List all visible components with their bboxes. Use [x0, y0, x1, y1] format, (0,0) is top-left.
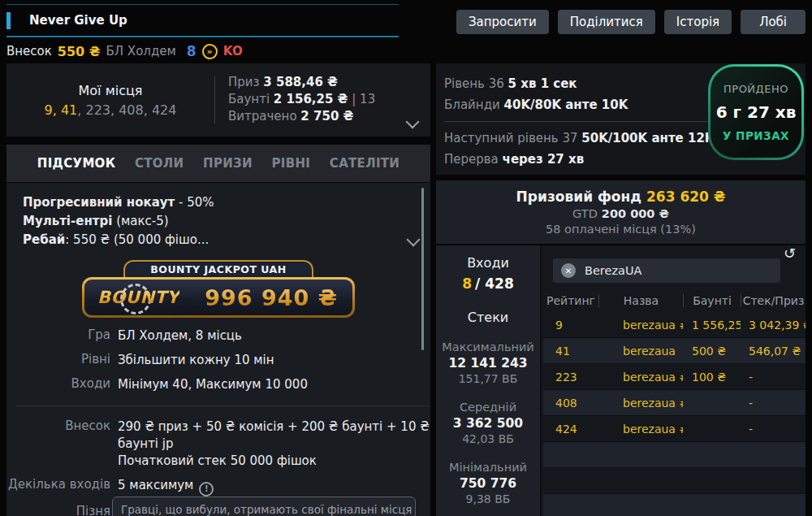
- my-prize-row: Приз 3 588,46 ₴: [228, 74, 375, 91]
- table-row-empty: [543, 468, 806, 494]
- bounty-jackpot-banner: BOUNTY JACKPOT UAH BOUNTY 996 940 ₴: [82, 260, 355, 318]
- buyin-label: Внесок: [6, 44, 52, 59]
- horizontal-divider: [444, 121, 712, 122]
- paid-places: 58 оплачені місця (13%): [546, 223, 696, 236]
- stacks-title: Стеки: [436, 310, 540, 325]
- col-stack-prize: Стек/Приз: [741, 294, 806, 307]
- chevron-down-icon[interactable]: [406, 115, 420, 129]
- knockout-badge: KO: [223, 44, 244, 59]
- entries-title: Входи: [436, 255, 540, 271]
- col-bounty: Баунті: [683, 294, 741, 307]
- tab-levels[interactable]: РІВНІ: [272, 156, 311, 171]
- my-places-in-money: 9, 41: [45, 102, 78, 118]
- my-places-panel: Мої місця 9, 41, 223, 408, 424 Приз 3 58…: [6, 63, 430, 137]
- tab-tables[interactable]: СТОЛИ: [135, 156, 184, 171]
- avg-stack-group: Середній 3 362 500 42,03 ВБ: [436, 401, 540, 445]
- lobby-tabs: ПІДСУМОК СТОЛИ ПРИЗИ РІВНІ САТЕЛІТИ: [6, 145, 430, 182]
- refresh-icon[interactable]: ↺: [784, 246, 796, 261]
- tournament-title: Never Give Up: [29, 13, 127, 28]
- my-places-out: , 223, 408, 424: [77, 102, 176, 118]
- elapsed-label: ПРОЙДЕНО: [723, 83, 788, 95]
- player-search-input[interactable]: [583, 263, 765, 278]
- history-button[interactable]: Історія: [664, 10, 732, 34]
- tab-satellites[interactable]: САТЕЛІТИ: [330, 156, 400, 171]
- elapsed-timer-badge: ПРОЙДЕНО 6 г 27 хв У ПРИЗАХ: [708, 64, 804, 160]
- bounty-jackpot-amount: 996 940 ₴: [205, 285, 338, 310]
- my-places-list: 9, 41, 223, 408, 424: [45, 102, 177, 118]
- gtd-row: GTD200 000 ₴: [572, 207, 669, 220]
- my-spent-row: Витрачено 2 750 ₴: [228, 108, 375, 125]
- multientry-line: Мульті-ентрі (макс-5): [23, 212, 430, 231]
- my-places-title: Мої місця: [79, 83, 143, 98]
- detail-row-buyin: Внесок 290 ₴ приз + 50 ₴ комісія + 200 ₴…: [6, 418, 430, 470]
- max-stack-group: Максимальний 12 141 243 151,77 ВБ: [436, 340, 540, 385]
- entries-count: 8/ 428: [436, 275, 540, 292]
- players-panel: Входи 8/ 428 Стеки Максимальний 12 141 2…: [436, 245, 806, 516]
- prize-pool-amount: 263 620 ₴: [646, 189, 725, 205]
- detail-row-entries: Входи Мінімум 40, Максимум 10 000: [6, 376, 430, 393]
- my-places-stats: Приз 3 588,46 ₴ Баунті 2 156,25 ₴ | 13 В…: [215, 63, 375, 137]
- table-row[interactable]: 408 berezaua #5 -: [543, 390, 806, 416]
- bounty-jackpot-tab: BOUNTY JACKPOT UAH: [123, 260, 313, 277]
- title-accent-bar: [6, 12, 11, 29]
- player-search-box[interactable]: ✕: [553, 258, 780, 283]
- invite-button[interactable]: Запросити: [456, 10, 549, 34]
- table-row[interactable]: 41 berezaua 500 ₴ 546,07 ₴: [543, 338, 806, 364]
- tournament-details: Гра БЛ Холдем, 8 місць Рівні Збільшити к…: [6, 327, 430, 516]
- tournament-title-frame: Never Give Up: [6, 4, 399, 37]
- elimination-note: Гравці, що вибули, отримають свої фіналь…: [112, 496, 416, 516]
- tab-prizes[interactable]: ПРИЗИ: [203, 156, 253, 171]
- players-table-body: 9 berezaua #3 1 556,25 ₴ 3 042,39 ₴ 41 b…: [543, 312, 806, 516]
- col-name: Назва: [598, 294, 683, 307]
- table-row[interactable]: 223 berezaua #4 100 ₴ -: [543, 364, 806, 390]
- scrollbar-thumb[interactable]: [421, 188, 424, 350]
- stacks-column: Входи 8/ 428 Стеки Максимальний 12 141 2…: [436, 245, 542, 516]
- share-button[interactable]: Поділитися: [558, 10, 655, 34]
- knockout-line: Прогресивний нокаут - 50%: [23, 193, 430, 212]
- info-icon[interactable]: !: [199, 482, 214, 496]
- detail-row-levels: Рівні Збільшити кожну 10 мін: [6, 352, 430, 369]
- buyin-summary: Внесок 550 ₴ БЛ Холдем 8 » KO: [6, 41, 243, 61]
- lobby-button[interactable]: Лобі: [741, 10, 806, 34]
- table-row[interactable]: 9 berezaua #3 1 556,25 ₴ 3 042,39 ₴: [543, 312, 806, 338]
- detail-row-game: Гра БЛ Холдем, 8 місць: [6, 327, 430, 345]
- my-places-summary: Мої місця 9, 41, 223, 408, 424: [6, 63, 214, 137]
- tab-summary[interactable]: ПІДСУМОК: [37, 156, 115, 171]
- horizontal-divider: [16, 405, 430, 406]
- header-actions: Запросити Поділитися Історія Лобі: [456, 10, 806, 34]
- game-type-label: БЛ Холдем: [106, 44, 176, 59]
- prize-pool-panel: Призовий фонд263 620 ₴ GTD200 000 ₴ 58 о…: [436, 180, 806, 244]
- table-row[interactable]: 424 berezaua #2 -: [543, 416, 806, 442]
- rebuy-icon: »: [202, 44, 218, 59]
- col-rating: Рейтинг: [543, 294, 598, 307]
- my-bounty-row: Баунті 2 156,25 ₴ | 13: [228, 91, 375, 108]
- rebuy-line: Ребай: 550 ₴ (50 000 фішо...: [23, 231, 430, 249]
- format-summary: Прогресивний нокаут - 50% Мульті-ентрі (…: [6, 183, 430, 249]
- players-table-region: ↺ ✕ Рейтинг Назва Баунті Стек/Приз 9 ber…: [543, 245, 806, 516]
- bounty-logo: BOUNTY: [97, 288, 179, 307]
- players-table-header: Рейтинг Назва Баунті Стек/Приз: [543, 288, 806, 312]
- in-the-money-label: У ПРИЗАХ: [723, 129, 789, 142]
- max-seats: 8: [187, 43, 197, 59]
- buyin-value: 550 ₴: [58, 44, 101, 59]
- clear-search-icon[interactable]: ✕: [561, 263, 576, 278]
- table-row-empty: [543, 494, 806, 516]
- min-stack-group: Мінімальний 750 776 9,38 ВБ: [436, 461, 540, 505]
- detail-row-multientry: Декілька входів 5 максимум!: [6, 477, 430, 496]
- prize-pool-row: Призовий фонд263 620 ₴: [516, 189, 726, 205]
- bounty-jackpot-frame: BOUNTY 996 940 ₴: [82, 277, 355, 318]
- table-row-empty: [543, 442, 806, 468]
- summary-panel: Прогресивний нокаут - 50% Мульті-ентрі (…: [6, 183, 430, 516]
- elapsed-time: 6 г 27 хв: [716, 102, 797, 122]
